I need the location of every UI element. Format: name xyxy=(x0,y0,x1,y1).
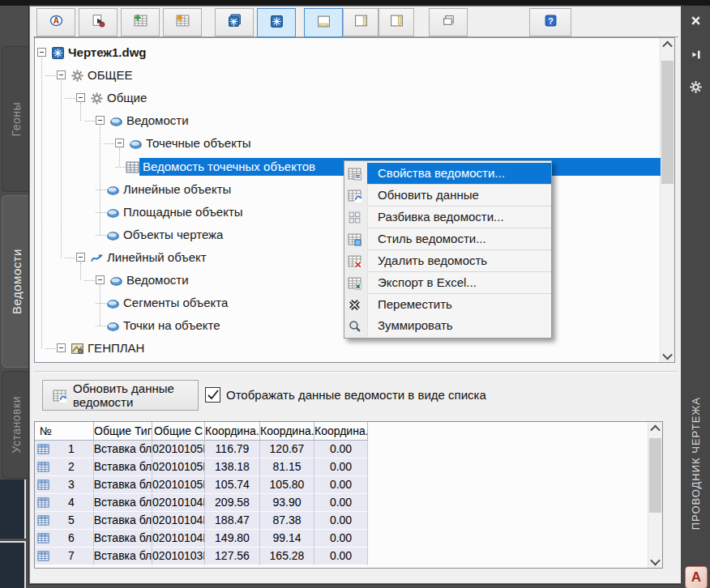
menu-item-5[interactable]: Экспорт в Excel... xyxy=(367,272,551,293)
table-data-grid[interactable]: №Общие ТипОбщие СКоордина...Координа...К… xyxy=(34,421,663,569)
table-star-icon xyxy=(270,15,284,32)
palette-title: ПРОВОДНИК ЧЕРТЕЖА xyxy=(681,354,710,573)
top-strip xyxy=(0,0,710,6)
scrollbar-thumb[interactable] xyxy=(649,438,661,513)
tree-expander-minus[interactable] xyxy=(57,343,66,352)
scroll-up-button[interactable] xyxy=(648,422,662,435)
column-header-0[interactable]: № xyxy=(35,422,94,441)
side-tab-2[interactable]: Установки xyxy=(2,371,30,479)
tree-expander-minus[interactable] xyxy=(96,275,105,284)
scroll-down-button[interactable] xyxy=(661,349,674,362)
disc-icon xyxy=(106,296,120,310)
tree-guide-line xyxy=(61,80,62,258)
tree-expander-minus[interactable] xyxy=(96,116,105,125)
table-row-icon xyxy=(37,461,49,473)
table-refresh-icon xyxy=(53,389,66,402)
table-row-0[interactable]: 1Вставка бл602010105P116.79120.670.00 xyxy=(35,441,368,458)
tree-expander-minus[interactable] xyxy=(76,93,85,102)
toolbar-acad-logo-button[interactable]: A xyxy=(36,8,75,36)
tree-expander-minus[interactable] xyxy=(76,253,85,262)
tree-expander-minus[interactable] xyxy=(57,70,66,79)
column-header-5[interactable]: Координа... xyxy=(314,422,368,441)
table-row-icon xyxy=(37,550,49,562)
toolbar-layout-right-button[interactable] xyxy=(343,8,379,36)
side-tab-1[interactable]: Ведомости xyxy=(2,195,30,368)
toolbar-table-star-button[interactable] xyxy=(257,8,296,37)
table-refresh-icon xyxy=(348,188,361,202)
move-icon xyxy=(348,297,361,311)
column-header-1[interactable]: Общие Тип xyxy=(94,422,152,441)
update-table-data-button[interactable]: Обновить данные ведомости xyxy=(42,380,199,411)
side-tab-0[interactable]: Геоны xyxy=(2,46,30,192)
tree-node-label: Общие xyxy=(107,87,147,109)
disc-icon xyxy=(109,114,123,128)
table-row-icon xyxy=(37,496,49,509)
menu-item-4[interactable]: Удалить ведомость xyxy=(367,250,551,271)
tree-scrollbar[interactable] xyxy=(660,38,674,362)
column-header-3[interactable]: Координа... xyxy=(205,422,260,441)
genplan-icon xyxy=(71,342,84,356)
toolbar-add-table-button[interactable] xyxy=(121,8,160,36)
close-icon[interactable] xyxy=(686,11,705,30)
tree-guide-line xyxy=(80,103,81,121)
table-delete-icon xyxy=(348,254,361,267)
tree-node-3[interactable]: Ведомости xyxy=(35,109,661,132)
table-row-icon xyxy=(37,514,49,526)
column-header-4[interactable]: Координа... xyxy=(260,422,314,441)
palette-title-bar: ПРОВОДНИК ЧЕРТЕЖА A xyxy=(681,6,710,588)
tree-node-4[interactable]: Точечные объекты xyxy=(35,132,661,155)
scroll-up-button[interactable] xyxy=(661,38,674,51)
table-row-2[interactable]: 3Вставка бл602010105P105.74105.800.00 xyxy=(35,476,368,494)
disc-icon xyxy=(129,137,143,151)
tree-guide-line xyxy=(100,126,101,235)
gear-icon[interactable] xyxy=(686,77,705,96)
table-row-4[interactable]: 5Вставка бл602010104P188.4787.380.00 xyxy=(35,512,368,530)
context-menu: Свойства ведомости... Обновить данные Ра… xyxy=(344,160,552,339)
tree-expander-minus[interactable] xyxy=(37,48,46,57)
tree-node-13[interactable]: ГЕНПЛАН xyxy=(35,337,661,360)
autocad-logo: A xyxy=(685,566,708,588)
tree-guide-line xyxy=(100,285,101,326)
tables-group-icon xyxy=(228,14,242,31)
toolbar-help-button[interactable]: ? xyxy=(529,8,571,36)
menu-item-7[interactable]: Зуммировать xyxy=(367,315,551,336)
disc-icon xyxy=(106,206,120,219)
toolbar-layout-right-alt-button[interactable] xyxy=(379,8,414,36)
drawing-explorer-palette: ГеоныВедомостиУстановки A ? Чертеж1.dwgО… xyxy=(0,0,710,588)
menu-item-3[interactable]: Стиль ведомости... xyxy=(367,228,551,249)
tree-node-label: Площадные объекты xyxy=(123,201,243,224)
layout-right-icon xyxy=(354,14,368,31)
tree-node-label: ОБЩЕЕ xyxy=(88,64,133,87)
table-row-1[interactable]: 2Вставка бл602010105P138.1881.150.00 xyxy=(35,458,368,476)
column-header-2[interactable]: Общие С xyxy=(152,422,205,441)
tree-node-label: Точки на объекте xyxy=(123,314,220,337)
tree-node-0[interactable]: Чертеж1.dwg xyxy=(35,41,661,64)
table-properties-icon xyxy=(348,166,361,180)
table-row-3[interactable]: 4Вставка бл602010104P209.5893.900.00 xyxy=(35,494,368,512)
menu-item-2[interactable]: Разбивка ведомости... xyxy=(367,207,551,228)
tree-expander-minus[interactable] xyxy=(115,138,124,147)
auto-hide-icon[interactable] xyxy=(686,45,705,64)
toolbar-layout-bottom-button[interactable] xyxy=(304,8,343,37)
toolbar-cascade-windows-button[interactable] xyxy=(429,8,468,36)
toolbar-new-table-button[interactable] xyxy=(163,8,202,36)
tree-guide-line xyxy=(80,262,81,280)
table-row-6[interactable]: 7Вставка бл602010103P127.56165.280.00 xyxy=(35,548,368,565)
tree-node-label: Ведомость точечных объектов xyxy=(143,156,315,178)
cascade-windows-icon xyxy=(442,14,456,31)
tree-node-1[interactable]: ОБЩЕЕ xyxy=(35,64,661,87)
menu-item-6[interactable]: Переместить xyxy=(367,294,551,315)
scrollbar-thumb[interactable] xyxy=(661,61,674,184)
layout-right-alt-icon xyxy=(390,14,404,31)
toolbar-tables-group-button[interactable] xyxy=(215,8,254,36)
table-row-5[interactable]: 6Вставка бл602010104P149.8099.140.00 xyxy=(35,530,368,548)
tree-node-2[interactable]: Общие xyxy=(35,87,661,109)
table-scrollbar[interactable] xyxy=(648,422,662,568)
scroll-down-button[interactable] xyxy=(648,555,662,568)
tree-node-label: Объекты чертежа xyxy=(123,224,223,246)
menu-item-1[interactable]: Обновить данные xyxy=(367,185,551,206)
menu-item-0[interactable]: Свойства ведомости... xyxy=(367,163,551,184)
show-as-list-checkbox[interactable] xyxy=(205,387,220,403)
disc-icon xyxy=(109,274,123,288)
toolbar-object-settings-button[interactable] xyxy=(79,8,118,36)
